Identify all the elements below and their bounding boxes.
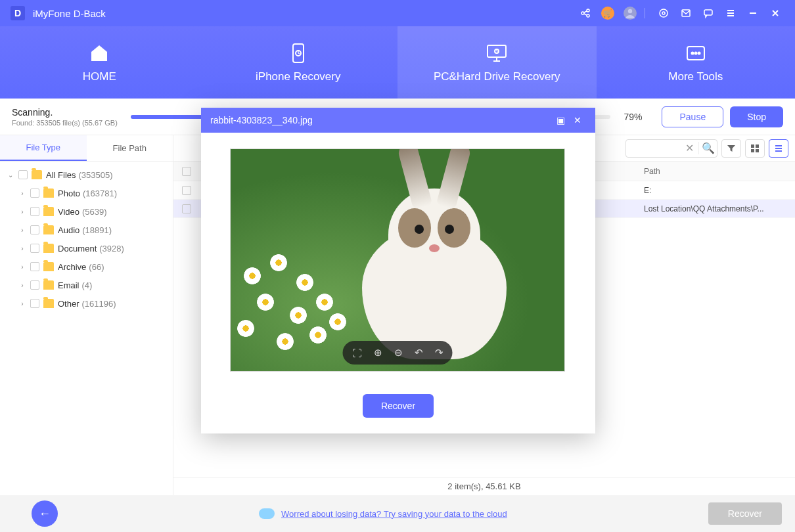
chevron-right-icon[interactable]: › — [18, 245, 26, 252]
tree-count: (18891) — [82, 225, 112, 235]
cell-path: E: — [644, 186, 795, 195]
list-view-button[interactable] — [769, 139, 788, 158]
rotate-left-icon[interactable]: ↶ — [415, 347, 423, 359]
svg-point-0 — [581, 12, 584, 14]
col-path[interactable]: Path — [644, 167, 795, 176]
tab-file-path[interactable]: File Path — [87, 135, 173, 161]
sidebar: File Type File Path ⌄ All Files (353505)… — [0, 135, 173, 495]
status-bar: 2 item(s), 45.61 KB — [173, 477, 795, 495]
user-icon[interactable] — [621, 4, 639, 22]
folder-icon — [43, 299, 54, 308]
tab-more[interactable]: More Tools — [597, 26, 796, 99]
tab-home[interactable]: HOME — [0, 26, 199, 99]
tree-label: Audio — [58, 225, 80, 235]
cart-icon[interactable]: 🛒 — [599, 4, 617, 22]
checkbox[interactable] — [30, 299, 39, 308]
zoom-out-icon[interactable]: ⊖ — [394, 347, 403, 359]
zoom-in-icon[interactable]: ⊕ — [374, 347, 382, 359]
rotate-right-icon[interactable]: ↷ — [435, 347, 443, 359]
row-checkbox[interactable] — [182, 186, 191, 195]
tree-node[interactable]: ›Photo(163781) — [0, 184, 173, 202]
minimize-icon[interactable] — [744, 4, 762, 22]
search-icon[interactable]: 🔍 — [698, 142, 717, 154]
checkbox[interactable] — [30, 244, 39, 253]
row-checkbox[interactable] — [182, 204, 191, 213]
select-all-checkbox[interactable] — [182, 167, 191, 176]
share-icon[interactable] — [576, 4, 595, 22]
phone-icon — [286, 41, 310, 65]
chevron-right-icon[interactable]: › — [18, 263, 26, 271]
close-icon[interactable] — [766, 4, 784, 22]
chevron-right-icon[interactable]: › — [18, 282, 26, 289]
checkbox[interactable] — [30, 280, 39, 290]
checkbox[interactable] — [30, 207, 39, 216]
clear-search-icon[interactable]: ✕ — [680, 142, 698, 154]
recover-button-disabled[interactable]: Recover — [708, 502, 782, 525]
tree-node[interactable]: ›Other(161196) — [0, 294, 173, 313]
tree-label: Photo — [58, 188, 80, 198]
grid-view-button[interactable] — [745, 139, 765, 158]
svg-rect-18 — [756, 144, 759, 148]
monitor-icon — [485, 41, 509, 65]
fullscreen-icon[interactable]: ⛶ — [352, 347, 362, 359]
tree-node-all[interactable]: ⌄ All Files (353505) — [0, 166, 173, 184]
chevron-right-icon[interactable]: › — [18, 227, 26, 234]
chevron-down-icon[interactable]: ⌄ — [7, 171, 14, 179]
svg-point-4 — [628, 9, 632, 13]
filter-button[interactable] — [721, 139, 741, 158]
scan-percent: 79% — [624, 112, 642, 122]
svg-point-15 — [694, 53, 696, 55]
sidebar-tabs: File Type File Path — [0, 135, 173, 162]
search-input[interactable]: ✕ 🔍 — [625, 139, 717, 158]
tree-count: (163781) — [83, 188, 117, 198]
more-icon — [684, 41, 708, 65]
checkbox[interactable] — [18, 170, 28, 179]
separator — [645, 8, 645, 18]
tree-label: Document — [58, 244, 97, 254]
tree-label: Archive — [58, 262, 86, 272]
back-button[interactable]: ← — [32, 500, 58, 527]
svg-rect-8 — [704, 10, 712, 15]
checkbox[interactable] — [30, 188, 39, 198]
tree-node[interactable]: ›Document(3928) — [0, 239, 173, 257]
chevron-right-icon[interactable]: › — [18, 300, 26, 307]
stop-button[interactable]: Stop — [730, 106, 783, 127]
preview-recover-button[interactable]: Recover — [363, 394, 434, 418]
svg-rect-20 — [756, 149, 759, 152]
cloud-backup-link[interactable]: Worred about losing data? Try saving you… — [281, 509, 507, 519]
folder-icon — [32, 170, 42, 179]
checkbox[interactable] — [30, 225, 39, 234]
tree-node[interactable]: ›Email(4) — [0, 276, 173, 294]
cloud-icon — [259, 508, 275, 519]
tab-file-type[interactable]: File Type — [0, 135, 87, 161]
folder-icon — [43, 280, 54, 290]
tab-label: iPhone Recovery — [256, 70, 340, 83]
checkbox[interactable] — [30, 262, 39, 271]
tree-count: (4) — [82, 280, 93, 290]
footer: ← Worred about losing data? Try saving y… — [0, 495, 795, 532]
tree-node[interactable]: ›Video(5639) — [0, 202, 173, 221]
chevron-right-icon[interactable]: › — [18, 190, 26, 197]
close-preview-icon[interactable]: ✕ — [569, 115, 586, 125]
tree-node[interactable]: ›Audio(18891) — [0, 221, 173, 239]
chevron-right-icon[interactable]: › — [18, 208, 26, 215]
tree-node[interactable]: ›Archive(66) — [0, 257, 173, 276]
tree-label: All Files — [46, 170, 76, 180]
svg-point-6 — [662, 12, 665, 14]
svg-point-1 — [587, 9, 589, 12]
folder-icon — [43, 188, 54, 198]
tree-label: Video — [58, 207, 80, 217]
pause-button[interactable]: Pause — [662, 106, 723, 127]
tab-iphone[interactable]: iPhone Recovery — [199, 26, 398, 99]
feedback-icon[interactable] — [699, 4, 717, 22]
tab-pc[interactable]: PC&Hard Drive Recovery — [398, 26, 597, 99]
folder-icon — [43, 207, 54, 216]
restore-window-icon[interactable]: ▣ — [552, 115, 569, 125]
menu-icon[interactable] — [721, 4, 740, 22]
svg-point-5 — [660, 9, 668, 17]
folder-icon — [43, 244, 54, 253]
target-icon[interactable] — [654, 4, 673, 22]
tree-count: (5639) — [82, 207, 107, 217]
mail-icon[interactable] — [677, 4, 695, 22]
preview-filename: rabbit-4303823__340.jpg — [210, 115, 313, 125]
